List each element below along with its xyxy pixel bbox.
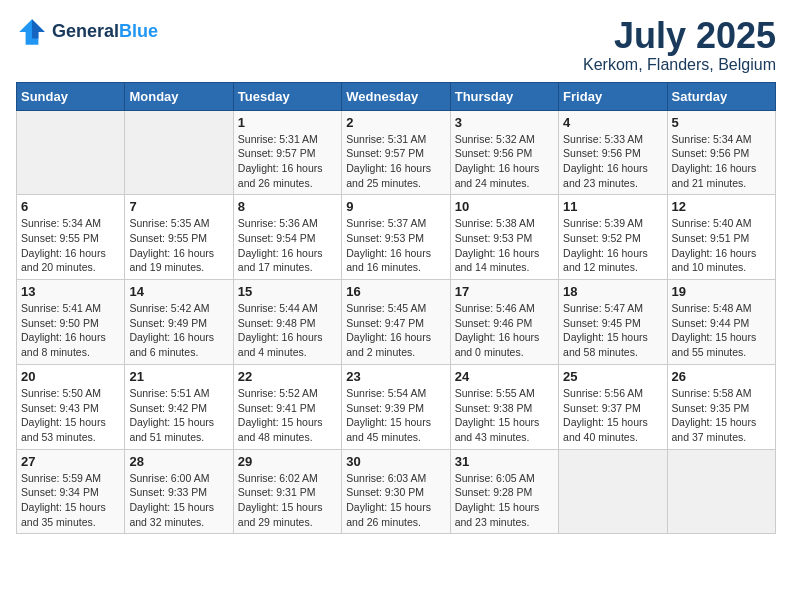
day-detail: Sunrise: 5:55 AM Sunset: 9:38 PM Dayligh…: [455, 386, 554, 445]
calendar-cell: 26Sunrise: 5:58 AM Sunset: 9:35 PM Dayli…: [667, 364, 775, 449]
calendar-cell: 6Sunrise: 5:34 AM Sunset: 9:55 PM Daylig…: [17, 195, 125, 280]
header-day-thursday: Thursday: [450, 82, 558, 110]
day-detail: Sunrise: 5:58 AM Sunset: 9:35 PM Dayligh…: [672, 386, 771, 445]
day-number: 19: [672, 284, 771, 299]
day-detail: Sunrise: 6:02 AM Sunset: 9:31 PM Dayligh…: [238, 471, 337, 530]
day-detail: Sunrise: 5:39 AM Sunset: 9:52 PM Dayligh…: [563, 216, 662, 275]
day-number: 12: [672, 199, 771, 214]
day-detail: Sunrise: 5:44 AM Sunset: 9:48 PM Dayligh…: [238, 301, 337, 360]
day-number: 25: [563, 369, 662, 384]
calendar-cell: 20Sunrise: 5:50 AM Sunset: 9:43 PM Dayli…: [17, 364, 125, 449]
calendar-cell: 7Sunrise: 5:35 AM Sunset: 9:55 PM Daylig…: [125, 195, 233, 280]
svg-marker-1: [32, 19, 45, 38]
calendar-cell: 16Sunrise: 5:45 AM Sunset: 9:47 PM Dayli…: [342, 280, 450, 365]
day-detail: Sunrise: 5:42 AM Sunset: 9:49 PM Dayligh…: [129, 301, 228, 360]
day-detail: Sunrise: 6:03 AM Sunset: 9:30 PM Dayligh…: [346, 471, 445, 530]
calendar-cell: 23Sunrise: 5:54 AM Sunset: 9:39 PM Dayli…: [342, 364, 450, 449]
day-number: 5: [672, 115, 771, 130]
day-number: 29: [238, 454, 337, 469]
day-detail: Sunrise: 5:31 AM Sunset: 9:57 PM Dayligh…: [346, 132, 445, 191]
header-day-monday: Monday: [125, 82, 233, 110]
calendar-week-5: 27Sunrise: 5:59 AM Sunset: 9:34 PM Dayli…: [17, 449, 776, 534]
calendar-cell: 28Sunrise: 6:00 AM Sunset: 9:33 PM Dayli…: [125, 449, 233, 534]
day-number: 3: [455, 115, 554, 130]
calendar-cell: 29Sunrise: 6:02 AM Sunset: 9:31 PM Dayli…: [233, 449, 341, 534]
calendar-cell: [125, 110, 233, 195]
calendar-cell: 12Sunrise: 5:40 AM Sunset: 9:51 PM Dayli…: [667, 195, 775, 280]
title-block: July 2025 Kerkom, Flanders, Belgium: [583, 16, 776, 74]
day-detail: Sunrise: 5:37 AM Sunset: 9:53 PM Dayligh…: [346, 216, 445, 275]
day-detail: Sunrise: 5:48 AM Sunset: 9:44 PM Dayligh…: [672, 301, 771, 360]
day-detail: Sunrise: 5:36 AM Sunset: 9:54 PM Dayligh…: [238, 216, 337, 275]
calendar-cell: [667, 449, 775, 534]
calendar-cell: 10Sunrise: 5:38 AM Sunset: 9:53 PM Dayli…: [450, 195, 558, 280]
day-number: 13: [21, 284, 120, 299]
calendar-cell: 24Sunrise: 5:55 AM Sunset: 9:38 PM Dayli…: [450, 364, 558, 449]
day-detail: Sunrise: 5:31 AM Sunset: 9:57 PM Dayligh…: [238, 132, 337, 191]
day-number: 21: [129, 369, 228, 384]
day-number: 11: [563, 199, 662, 214]
day-detail: Sunrise: 5:52 AM Sunset: 9:41 PM Dayligh…: [238, 386, 337, 445]
calendar-cell: 27Sunrise: 5:59 AM Sunset: 9:34 PM Dayli…: [17, 449, 125, 534]
calendar-cell: 19Sunrise: 5:48 AM Sunset: 9:44 PM Dayli…: [667, 280, 775, 365]
calendar-week-3: 13Sunrise: 5:41 AM Sunset: 9:50 PM Dayli…: [17, 280, 776, 365]
day-number: 26: [672, 369, 771, 384]
day-number: 1: [238, 115, 337, 130]
day-detail: Sunrise: 5:50 AM Sunset: 9:43 PM Dayligh…: [21, 386, 120, 445]
day-detail: Sunrise: 5:56 AM Sunset: 9:37 PM Dayligh…: [563, 386, 662, 445]
day-detail: Sunrise: 5:32 AM Sunset: 9:56 PM Dayligh…: [455, 132, 554, 191]
day-number: 9: [346, 199, 445, 214]
day-detail: Sunrise: 5:45 AM Sunset: 9:47 PM Dayligh…: [346, 301, 445, 360]
location: Kerkom, Flanders, Belgium: [583, 56, 776, 74]
day-detail: Sunrise: 5:59 AM Sunset: 9:34 PM Dayligh…: [21, 471, 120, 530]
day-number: 15: [238, 284, 337, 299]
day-detail: Sunrise: 5:51 AM Sunset: 9:42 PM Dayligh…: [129, 386, 228, 445]
day-detail: Sunrise: 6:05 AM Sunset: 9:28 PM Dayligh…: [455, 471, 554, 530]
calendar-cell: 11Sunrise: 5:39 AM Sunset: 9:52 PM Dayli…: [559, 195, 667, 280]
day-number: 16: [346, 284, 445, 299]
calendar-cell: 5Sunrise: 5:34 AM Sunset: 9:56 PM Daylig…: [667, 110, 775, 195]
day-detail: Sunrise: 5:33 AM Sunset: 9:56 PM Dayligh…: [563, 132, 662, 191]
month-year: July 2025: [583, 16, 776, 56]
header-day-tuesday: Tuesday: [233, 82, 341, 110]
calendar-cell: 18Sunrise: 5:47 AM Sunset: 9:45 PM Dayli…: [559, 280, 667, 365]
day-detail: Sunrise: 5:40 AM Sunset: 9:51 PM Dayligh…: [672, 216, 771, 275]
day-number: 27: [21, 454, 120, 469]
day-number: 6: [21, 199, 120, 214]
calendar-cell: 2Sunrise: 5:31 AM Sunset: 9:57 PM Daylig…: [342, 110, 450, 195]
calendar-cell: 9Sunrise: 5:37 AM Sunset: 9:53 PM Daylig…: [342, 195, 450, 280]
day-number: 30: [346, 454, 445, 469]
calendar-cell: 30Sunrise: 6:03 AM Sunset: 9:30 PM Dayli…: [342, 449, 450, 534]
logo: GeneralBlue: [16, 16, 158, 48]
page-header: GeneralBlue July 2025 Kerkom, Flanders, …: [16, 16, 776, 74]
header-day-friday: Friday: [559, 82, 667, 110]
day-number: 24: [455, 369, 554, 384]
calendar-cell: [559, 449, 667, 534]
day-number: 23: [346, 369, 445, 384]
day-number: 22: [238, 369, 337, 384]
header-row: SundayMondayTuesdayWednesdayThursdayFrid…: [17, 82, 776, 110]
day-detail: Sunrise: 5:47 AM Sunset: 9:45 PM Dayligh…: [563, 301, 662, 360]
day-number: 4: [563, 115, 662, 130]
calendar-table: SundayMondayTuesdayWednesdayThursdayFrid…: [16, 82, 776, 535]
day-detail: Sunrise: 5:34 AM Sunset: 9:55 PM Dayligh…: [21, 216, 120, 275]
calendar-cell: 3Sunrise: 5:32 AM Sunset: 9:56 PM Daylig…: [450, 110, 558, 195]
calendar-body: 1Sunrise: 5:31 AM Sunset: 9:57 PM Daylig…: [17, 110, 776, 534]
day-number: 20: [21, 369, 120, 384]
calendar-week-4: 20Sunrise: 5:50 AM Sunset: 9:43 PM Dayli…: [17, 364, 776, 449]
calendar-cell: 15Sunrise: 5:44 AM Sunset: 9:48 PM Dayli…: [233, 280, 341, 365]
header-day-saturday: Saturday: [667, 82, 775, 110]
calendar-week-1: 1Sunrise: 5:31 AM Sunset: 9:57 PM Daylig…: [17, 110, 776, 195]
day-number: 28: [129, 454, 228, 469]
calendar-cell: 8Sunrise: 5:36 AM Sunset: 9:54 PM Daylig…: [233, 195, 341, 280]
day-detail: Sunrise: 5:46 AM Sunset: 9:46 PM Dayligh…: [455, 301, 554, 360]
calendar-week-2: 6Sunrise: 5:34 AM Sunset: 9:55 PM Daylig…: [17, 195, 776, 280]
day-detail: Sunrise: 5:38 AM Sunset: 9:53 PM Dayligh…: [455, 216, 554, 275]
day-detail: Sunrise: 6:00 AM Sunset: 9:33 PM Dayligh…: [129, 471, 228, 530]
calendar-cell: 31Sunrise: 6:05 AM Sunset: 9:28 PM Dayli…: [450, 449, 558, 534]
calendar-cell: 25Sunrise: 5:56 AM Sunset: 9:37 PM Dayli…: [559, 364, 667, 449]
day-number: 18: [563, 284, 662, 299]
day-number: 2: [346, 115, 445, 130]
calendar-cell: 14Sunrise: 5:42 AM Sunset: 9:49 PM Dayli…: [125, 280, 233, 365]
header-day-wednesday: Wednesday: [342, 82, 450, 110]
